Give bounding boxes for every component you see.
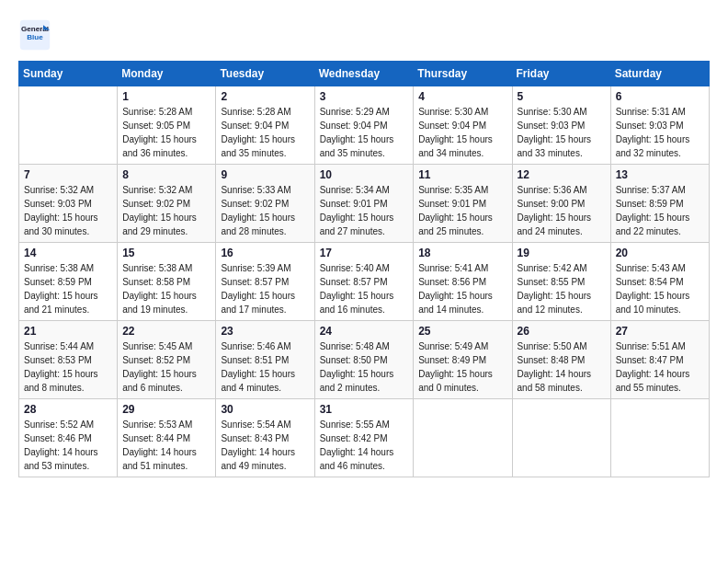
calendar-cell: 24Sunrise: 5:48 AMSunset: 8:50 PMDayligh… [314,321,414,399]
weekday-header-thursday: Thursday [414,62,512,86]
calendar-cell: 11Sunrise: 5:35 AMSunset: 9:01 PMDayligh… [414,165,512,243]
day-number: 28 [24,403,112,416]
day-detail: Sunrise: 5:50 AMSunset: 8:48 PMDaylight:… [518,339,606,395]
day-number: 29 [122,403,210,416]
calendar-cell: 30Sunrise: 5:54 AMSunset: 8:43 PMDayligh… [216,399,314,477]
day-detail: Sunrise: 5:31 AMSunset: 9:03 PMDaylight:… [616,105,704,160]
calendar-cell: 27Sunrise: 5:51 AMSunset: 8:47 PMDayligh… [610,321,709,399]
day-number: 5 [518,90,606,103]
calendar-cell: 25Sunrise: 5:49 AMSunset: 8:49 PMDayligh… [414,321,512,399]
day-detail: Sunrise: 5:32 AMSunset: 9:02 PMDaylight:… [122,183,210,238]
calendar-cell [414,399,512,477]
day-number: 22 [122,325,210,338]
day-detail: Sunrise: 5:55 AMSunset: 8:42 PMDaylight:… [320,418,409,473]
day-detail: Sunrise: 5:49 AMSunset: 8:49 PMDaylight:… [418,339,506,395]
day-detail: Sunrise: 5:38 AMSunset: 8:58 PMDaylight:… [122,261,210,316]
day-number: 7 [24,168,112,181]
calendar-cell: 3Sunrise: 5:29 AMSunset: 9:04 PMDaylight… [314,86,414,165]
day-detail: Sunrise: 5:33 AMSunset: 9:02 PMDaylight:… [221,183,309,238]
logo-icon: General Blue [18,18,51,52]
day-number: 10 [320,168,409,181]
day-detail: Sunrise: 5:39 AMSunset: 8:57 PMDaylight:… [221,261,309,316]
calendar-cell: 16Sunrise: 5:39 AMSunset: 8:57 PMDayligh… [216,243,314,321]
day-number: 8 [122,168,210,181]
day-number: 4 [418,90,506,103]
calendar-cell [19,86,118,165]
calendar-cell: 14Sunrise: 5:38 AMSunset: 8:59 PMDayligh… [19,243,118,321]
weekday-header-friday: Friday [512,62,610,86]
calendar-cell: 2Sunrise: 5:28 AMSunset: 9:04 PMDaylight… [216,86,314,165]
calendar-table: SundayMondayTuesdayWednesdayThursdayFrid… [18,61,710,477]
day-number: 21 [24,325,112,338]
week-row-4: 21Sunrise: 5:44 AMSunset: 8:53 PMDayligh… [19,321,710,399]
calendar-cell: 26Sunrise: 5:50 AMSunset: 8:48 PMDayligh… [512,321,610,399]
calendar-cell: 5Sunrise: 5:30 AMSunset: 9:03 PMDaylight… [512,86,610,165]
day-detail: Sunrise: 5:35 AMSunset: 9:01 PMDaylight:… [418,183,506,238]
day-number: 25 [418,325,506,338]
day-detail: Sunrise: 5:40 AMSunset: 8:57 PMDaylight:… [320,261,409,316]
calendar-cell: 10Sunrise: 5:34 AMSunset: 9:01 PMDayligh… [314,165,414,243]
day-number: 3 [320,90,409,103]
day-number: 11 [418,168,506,181]
calendar-cell: 18Sunrise: 5:41 AMSunset: 8:56 PMDayligh… [414,243,512,321]
calendar-cell: 31Sunrise: 5:55 AMSunset: 8:42 PMDayligh… [314,399,414,477]
week-row-2: 7Sunrise: 5:32 AMSunset: 9:03 PMDaylight… [19,165,710,243]
day-detail: Sunrise: 5:44 AMSunset: 8:53 PMDaylight:… [24,339,112,395]
weekday-header-sunday: Sunday [19,62,118,86]
day-number: 12 [518,168,606,181]
calendar-cell: 17Sunrise: 5:40 AMSunset: 8:57 PMDayligh… [314,243,414,321]
day-detail: Sunrise: 5:30 AMSunset: 9:03 PMDaylight:… [518,105,606,160]
day-number: 17 [320,247,409,259]
day-number: 13 [616,168,704,181]
day-detail: Sunrise: 5:51 AMSunset: 8:47 PMDaylight:… [616,339,704,395]
day-number: 24 [320,325,409,338]
calendar-cell: 7Sunrise: 5:32 AMSunset: 9:03 PMDaylight… [19,165,118,243]
day-number: 16 [221,247,309,259]
day-detail: Sunrise: 5:38 AMSunset: 8:59 PMDaylight:… [24,261,112,316]
day-detail: Sunrise: 5:34 AMSunset: 9:01 PMDaylight:… [320,183,409,238]
week-row-1: 1Sunrise: 5:28 AMSunset: 9:05 PMDaylight… [19,86,710,165]
day-number: 2 [221,90,309,103]
day-detail: Sunrise: 5:32 AMSunset: 9:03 PMDaylight:… [24,183,112,238]
day-detail: Sunrise: 5:36 AMSunset: 9:00 PMDaylight:… [518,183,606,238]
weekday-header-row: SundayMondayTuesdayWednesdayThursdayFrid… [19,62,710,86]
day-number: 31 [320,403,409,416]
day-detail: Sunrise: 5:41 AMSunset: 8:56 PMDaylight:… [418,261,506,316]
day-detail: Sunrise: 5:52 AMSunset: 8:46 PMDaylight:… [24,418,112,473]
calendar-cell: 20Sunrise: 5:43 AMSunset: 8:54 PMDayligh… [610,243,709,321]
calendar-cell: 4Sunrise: 5:30 AMSunset: 9:04 PMDaylight… [414,86,512,165]
day-number: 14 [24,247,112,259]
day-number: 30 [221,403,309,416]
svg-text:Blue: Blue [27,33,43,41]
calendar-cell: 28Sunrise: 5:52 AMSunset: 8:46 PMDayligh… [19,399,118,477]
calendar-cell: 12Sunrise: 5:36 AMSunset: 9:00 PMDayligh… [512,165,610,243]
weekday-header-saturday: Saturday [610,62,709,86]
day-number: 27 [616,325,704,338]
calendar-cell: 19Sunrise: 5:42 AMSunset: 8:55 PMDayligh… [512,243,610,321]
day-number: 23 [221,325,309,338]
day-detail: Sunrise: 5:28 AMSunset: 9:04 PMDaylight:… [221,105,309,160]
week-row-5: 28Sunrise: 5:52 AMSunset: 8:46 PMDayligh… [19,399,710,477]
calendar-cell: 23Sunrise: 5:46 AMSunset: 8:51 PMDayligh… [216,321,314,399]
weekday-header-wednesday: Wednesday [314,62,414,86]
day-detail: Sunrise: 5:28 AMSunset: 9:05 PMDaylight:… [122,105,210,160]
calendar-cell: 6Sunrise: 5:31 AMSunset: 9:03 PMDaylight… [610,86,709,165]
calendar-cell [610,399,709,477]
day-detail: Sunrise: 5:48 AMSunset: 8:50 PMDaylight:… [320,339,409,395]
day-detail: Sunrise: 5:43 AMSunset: 8:54 PMDaylight:… [616,261,704,316]
calendar-cell: 15Sunrise: 5:38 AMSunset: 8:58 PMDayligh… [118,243,216,321]
week-row-3: 14Sunrise: 5:38 AMSunset: 8:59 PMDayligh… [19,243,710,321]
calendar-cell [512,399,610,477]
day-detail: Sunrise: 5:42 AMSunset: 8:55 PMDaylight:… [518,261,606,316]
calendar-cell: 8Sunrise: 5:32 AMSunset: 9:02 PMDaylight… [118,165,216,243]
day-number: 26 [518,325,606,338]
logo: General Blue [18,18,55,52]
day-number: 6 [616,90,704,103]
calendar-cell: 9Sunrise: 5:33 AMSunset: 9:02 PMDaylight… [216,165,314,243]
day-detail: Sunrise: 5:46 AMSunset: 8:51 PMDaylight:… [221,339,309,395]
day-detail: Sunrise: 5:53 AMSunset: 8:44 PMDaylight:… [122,418,210,473]
calendar-cell: 13Sunrise: 5:37 AMSunset: 8:59 PMDayligh… [610,165,709,243]
day-detail: Sunrise: 5:29 AMSunset: 9:04 PMDaylight:… [320,105,409,160]
day-detail: Sunrise: 5:54 AMSunset: 8:43 PMDaylight:… [221,418,309,473]
day-detail: Sunrise: 5:45 AMSunset: 8:52 PMDaylight:… [122,339,210,395]
